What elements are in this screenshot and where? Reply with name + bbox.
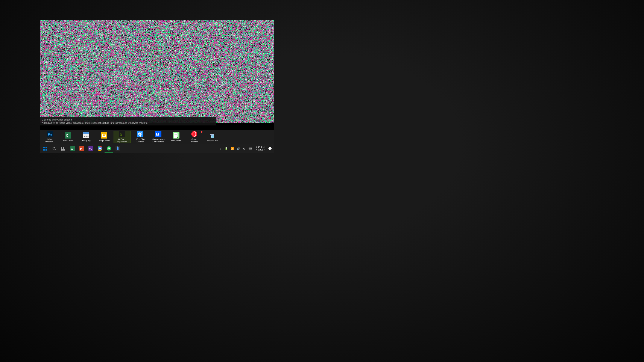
glitch-canvas xyxy=(40,20,274,123)
svg-rect-31 xyxy=(43,147,45,148)
pinned-app-recycle-bin[interactable]: Recycle Bin xyxy=(204,131,221,143)
adobe-photoshop-icon: Ps xyxy=(46,131,54,137)
svg-rect-10 xyxy=(102,135,105,136)
svg-text:debug: debug xyxy=(84,135,88,137)
tray-keyboard[interactable]: ⌨ xyxy=(248,144,253,153)
svg-point-26 xyxy=(193,132,196,136)
svg-rect-21 xyxy=(174,134,177,134)
malwarebytes-icon: M xyxy=(155,131,162,137)
start-button[interactable] xyxy=(41,144,50,153)
recycle-bin-label: Recycle Bin xyxy=(207,139,218,142)
svg-rect-16 xyxy=(140,136,140,137)
pinned-app-wise-disk-cleaner[interactable]: Wise DiskCleaner xyxy=(132,131,149,143)
wise-disk-cleaner-icon xyxy=(137,131,144,137)
tray-chevron[interactable]: ▲ xyxy=(218,144,223,153)
notepadpp-icon: + xyxy=(173,132,180,139)
pinned-app-geforce[interactable]: G GeForceExperience xyxy=(114,131,131,143)
geforce-label: GeForceExperience xyxy=(117,138,127,143)
debuglog-label: debug.log xyxy=(82,139,90,142)
adobe-photoshop-label: AdobePhotosh... xyxy=(46,138,55,143)
svg-text:P: P xyxy=(80,147,82,150)
taskbar-tray: ▲ 🔋 📶 🔊 ⚙ ⌨ 1:40 PM 7/4/2017 💬 xyxy=(218,144,274,153)
svg-text:Ps: Ps xyxy=(48,132,52,136)
tray-usb[interactable]: ⚙ xyxy=(242,144,247,153)
task-view-button[interactable] xyxy=(59,144,68,153)
svg-rect-9 xyxy=(102,134,106,135)
svg-rect-39 xyxy=(62,149,65,151)
search-button[interactable] xyxy=(50,144,58,153)
excel-icon: X xyxy=(64,132,72,139)
taskbar-powerpoint[interactable]: P xyxy=(78,144,86,153)
taskbar-vs[interactable]: VS xyxy=(86,144,95,153)
taskbar-excel[interactable]: X xyxy=(68,144,77,153)
pinned-app-malwarebytes[interactable]: M MalwarebytesAnti-Malware xyxy=(150,131,167,143)
svg-point-47 xyxy=(99,148,101,149)
debuglog-icon: debug xyxy=(83,132,90,139)
svg-rect-38 xyxy=(64,147,65,149)
opera-label: OperaBrowser xyxy=(190,138,198,143)
svg-text:X: X xyxy=(66,134,68,137)
excel-label: Excel 2016 xyxy=(63,139,73,142)
svg-rect-37 xyxy=(62,147,63,149)
glitch-display xyxy=(40,20,274,123)
svg-rect-22 xyxy=(174,135,177,135)
svg-text:M: M xyxy=(156,132,159,136)
svg-rect-30 xyxy=(211,135,212,137)
wise-disk-cleaner-label: Wise DiskCleaner xyxy=(136,138,145,143)
taskbar-left xyxy=(40,144,68,153)
clock-date: 7/4/2017 xyxy=(256,149,265,151)
pinned-app-notepadpp[interactable]: + Notepad++ xyxy=(168,131,185,143)
taskbar: X P VS xyxy=(40,144,274,153)
notification-center-button[interactable]: 💬 xyxy=(267,144,272,153)
clock-area[interactable]: 1:40 PM 7/4/2017 xyxy=(254,144,266,153)
svg-text:+: + xyxy=(177,136,178,139)
google-slides-icon xyxy=(101,132,108,139)
svg-rect-32 xyxy=(46,147,47,148)
pinned-app-excel[interactable]: X Excel 2016 xyxy=(60,131,77,143)
svg-text:VS: VS xyxy=(89,148,92,150)
svg-rect-23 xyxy=(174,136,176,136)
malwarebytes-label: MalwarebytesAnti-Malware xyxy=(152,138,165,143)
recycle-bin-icon xyxy=(209,132,216,139)
tray-network[interactable]: 📶 xyxy=(230,144,235,153)
notepadpp-label: Notepad++ xyxy=(171,139,181,142)
svg-rect-29 xyxy=(212,134,213,134)
taskbar-chrome[interactable] xyxy=(96,144,104,153)
google-slides-label: Google Slides xyxy=(98,139,110,142)
pinned-app-debuglog[interactable]: debug debug.log xyxy=(78,131,95,143)
tray-volume[interactable]: 🔊 xyxy=(236,144,241,153)
taskbar-spotify[interactable] xyxy=(104,144,113,153)
taskbar-running-apps: X P VS xyxy=(68,144,122,153)
pinned-app-adobe-photoshop[interactable]: Ps AdobePhotosh... xyxy=(42,131,58,143)
svg-rect-5 xyxy=(83,132,89,134)
svg-text:X: X xyxy=(71,147,73,150)
pinned-apps-bar: Ps AdobePhotosh... X Excel 2016 debug xyxy=(40,130,274,144)
notification-text: GeForce and Vulkan support Added ability… xyxy=(42,118,148,125)
svg-point-35 xyxy=(53,147,55,149)
tray-battery[interactable]: 🔋 xyxy=(224,144,229,153)
monitor-screen: GeForce and Vulkan support Added ability… xyxy=(40,20,274,153)
opera-icon xyxy=(191,131,198,137)
pinned-app-opera[interactable]: OperaBrowser xyxy=(186,131,203,143)
pinned-app-google-slides[interactable]: Google Slides xyxy=(96,131,113,143)
notification-bar: GeForce and Vulkan support Added ability… xyxy=(40,117,216,125)
clock-time: 1:40 PM xyxy=(256,146,264,149)
svg-rect-33 xyxy=(43,149,45,151)
svg-point-15 xyxy=(139,133,141,135)
svg-text:G: G xyxy=(120,132,122,136)
svg-line-36 xyxy=(55,149,56,150)
svg-rect-28 xyxy=(210,134,214,135)
geforce-icon: G xyxy=(119,131,126,137)
svg-rect-50 xyxy=(117,147,118,150)
svg-rect-34 xyxy=(46,149,47,151)
taskbar-scroll-app[interactable] xyxy=(114,144,122,153)
